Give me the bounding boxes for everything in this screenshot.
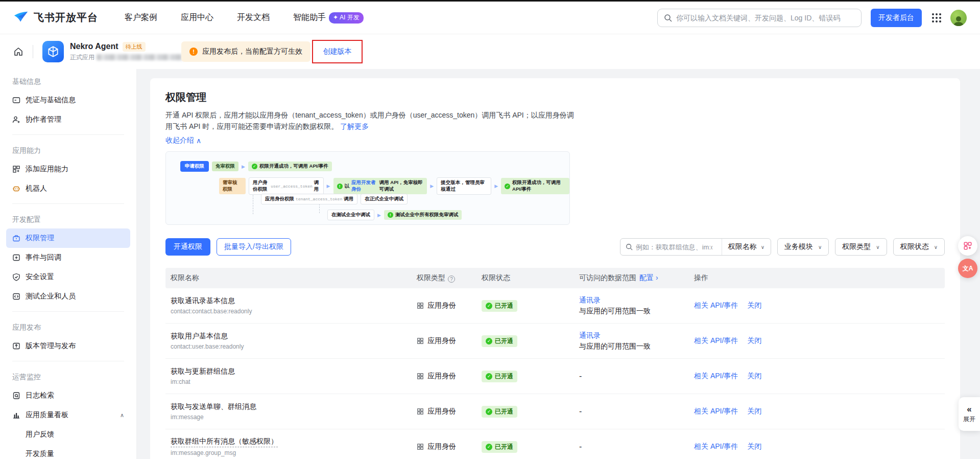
search-icon bbox=[664, 14, 672, 22]
sidebar-divider bbox=[12, 203, 124, 204]
page-title: 权限管理 bbox=[165, 90, 945, 104]
expand-panel-button[interactable]: « 展开 bbox=[959, 397, 980, 431]
module-select[interactable]: 业务模块 ∨ bbox=[777, 238, 829, 256]
close-permission-link[interactable]: 关闭 bbox=[747, 301, 761, 310]
credential-card-icon bbox=[12, 96, 20, 104]
related-api-link[interactable]: 相关 API/事件 bbox=[694, 407, 738, 416]
close-permission-link[interactable]: 关闭 bbox=[747, 442, 761, 451]
help-icon[interactable]: ? bbox=[448, 276, 455, 283]
check-icon: ✓ bbox=[486, 408, 492, 415]
user-avatar[interactable] bbox=[950, 10, 967, 26]
create-version-link[interactable]: 创建版本 bbox=[323, 47, 352, 56]
flow-need-review-tag: 需审核权限 bbox=[219, 178, 246, 194]
status-badge: ✓已开通 bbox=[482, 441, 517, 453]
sidebar-item-log-search[interactable]: 日志检索 bbox=[6, 386, 130, 405]
table-row: 获取用户基本信息contact:user.base:readonly 应用身份 … bbox=[165, 324, 945, 359]
col-status: 权限状态 bbox=[476, 273, 574, 283]
type-select[interactable]: 权限类型 ∨ bbox=[835, 238, 887, 256]
permission-name-select[interactable]: 权限名称 ∨ bbox=[722, 242, 771, 251]
nav-menu: 客户案例 应用中心 开发文档 智能助手 ✦AI 开发 bbox=[125, 12, 364, 24]
related-api-link[interactable]: 相关 API/事件 bbox=[694, 372, 738, 381]
app-subtitle: 正式应用 bbox=[70, 53, 183, 62]
table-row: 获取与发送单聊、群组消息im:message 应用身份 ✓已开通 - 相关 AP… bbox=[165, 394, 945, 429]
sidebar-item-credentials[interactable]: 凭证与基础信息 bbox=[6, 90, 130, 110]
batch-import-export-button[interactable]: 批量导入/导出权限 bbox=[217, 238, 291, 256]
sidebar: 基础信息 凭证与基础信息 协作者管理 应用能力 添加应用能力 机器人 开发配置 bbox=[0, 69, 137, 459]
sidebar-item-bot[interactable]: 机器人 bbox=[6, 179, 130, 198]
check-icon: ✓ bbox=[505, 183, 510, 189]
header-divider bbox=[33, 45, 33, 58]
developer-console-button[interactable]: 开发者后台 bbox=[871, 9, 922, 27]
related-api-link[interactable]: 相关 API/事件 bbox=[694, 442, 738, 451]
flow-arrow-icon: ▶ bbox=[327, 183, 330, 189]
chevron-up-icon[interactable]: ∧ bbox=[120, 412, 124, 419]
sidebar-subitem-dev-quality[interactable]: 开发质量 bbox=[6, 444, 130, 459]
toolbox-icon bbox=[12, 234, 20, 242]
top-navigation: 飞书开放平台 客户案例 应用中心 开发文档 智能助手 ✦AI 开发 开发者后台 bbox=[0, 2, 980, 34]
scope-link[interactable]: 通讯录 bbox=[579, 331, 601, 339]
warning-text: 应用发布后，当前配置方可生效 bbox=[202, 47, 302, 56]
sidebar-item-test-org[interactable]: 测试企业和人员 bbox=[6, 287, 130, 306]
double-chevron-left-icon: « bbox=[967, 405, 971, 414]
sidebar-item-quality-board[interactable]: 应用质量看板 ∧ bbox=[6, 405, 130, 425]
open-permission-button[interactable]: 开通权限 bbox=[165, 238, 210, 256]
related-api-link[interactable]: 相关 API/事件 bbox=[694, 336, 738, 346]
flow-user-token-box: 用户身份权限user_access_token调用 bbox=[249, 177, 324, 195]
publish-icon bbox=[12, 342, 20, 350]
floating-translate-button[interactable]: 文A bbox=[958, 259, 977, 278]
scope-link[interactable]: 通讯录 bbox=[579, 296, 601, 304]
status-badge: ✓已开通 bbox=[482, 335, 517, 347]
sidebar-item-events[interactable]: 事件与回调 bbox=[6, 248, 130, 267]
flow-apply-badge: 申请权限 bbox=[180, 161, 209, 172]
app-meta: Nekro Agent 待上线 正式应用 bbox=[70, 42, 183, 62]
apps-grid-icon[interactable] bbox=[932, 13, 941, 22]
search-icon bbox=[626, 243, 633, 250]
brand-logo[interactable]: 飞书开放平台 bbox=[13, 10, 98, 26]
sidebar-item-collaborators[interactable]: 协作者管理 bbox=[6, 110, 130, 129]
info-icon: ! bbox=[337, 183, 343, 189]
sidebar-subitem-user-feedback[interactable]: 用户反馈 bbox=[6, 425, 130, 444]
table-row: 获取群组中所有消息（敏感权限）im:message.group_msg 应用身份… bbox=[165, 429, 945, 459]
app-identity-icon bbox=[417, 408, 424, 415]
flow-no-review-tag: 免审权限 bbox=[212, 162, 238, 171]
cube-icon bbox=[46, 45, 60, 58]
floating-grid-button[interactable] bbox=[958, 236, 977, 256]
status-select[interactable]: 权限状态 ∨ bbox=[893, 238, 945, 256]
screen: 飞书开放平台 客户案例 应用中心 开发文档 智能助手 ✦AI 开发 开发者后台 bbox=[0, 0, 980, 459]
chevron-up-icon: ∧ bbox=[196, 136, 201, 145]
close-permission-link[interactable]: 关闭 bbox=[747, 407, 761, 416]
filter-bar: 权限名称 ∨ 业务模块 ∨ 权限类型 ∨ bbox=[620, 238, 945, 256]
warning-icon: ! bbox=[189, 48, 198, 56]
redacted-app-id bbox=[97, 54, 183, 60]
nav-item-cases[interactable]: 客户案例 bbox=[125, 12, 157, 23]
robot-icon bbox=[12, 185, 20, 193]
nav-item-assistant[interactable]: 智能助手 ✦AI 开发 bbox=[293, 12, 364, 24]
chevron-down-icon: ∨ bbox=[761, 244, 764, 250]
nav-item-docs[interactable]: 开发文档 bbox=[237, 12, 270, 23]
flow-arrow-icon: ▶ bbox=[242, 164, 245, 169]
body-row: 基础信息 凭证与基础信息 协作者管理 应用能力 添加应用能力 机器人 开发配置 bbox=[0, 69, 980, 459]
flow-success-badge-2: ✓权限开通成功，可调用 API/事件 bbox=[501, 178, 569, 194]
annotation-box: 创建版本 bbox=[312, 40, 363, 63]
sidebar-item-permissions[interactable]: 权限管理 bbox=[6, 228, 130, 248]
global-search[interactable] bbox=[657, 9, 862, 27]
collapse-intro-link[interactable]: 收起介绍 ∧ bbox=[165, 136, 201, 145]
permission-search-input[interactable] bbox=[636, 243, 712, 251]
sidebar-item-add-capability[interactable]: 添加应用能力 bbox=[6, 159, 130, 179]
global-search-input[interactable] bbox=[676, 14, 855, 22]
sidebar-item-security[interactable]: 安全设置 bbox=[6, 267, 130, 287]
permission-search[interactable] bbox=[620, 243, 722, 251]
configure-link[interactable]: 配置 › bbox=[639, 273, 658, 282]
sidebar-item-version-publish[interactable]: 版本管理与发布 bbox=[6, 336, 130, 356]
flow-dev-call-badge: !以应用开发者身份调用 API，免审核即可调试 bbox=[333, 178, 427, 194]
table-row: 获取与更新群组信息im:chat 应用身份 ✓已开通 - 相关 API/事件关闭 bbox=[165, 359, 945, 394]
learn-more-link[interactable]: 了解更多 bbox=[340, 122, 369, 130]
status-badge: ✓已开通 bbox=[482, 406, 517, 418]
check-icon: ✓ bbox=[486, 373, 492, 380]
related-api-link[interactable]: 相关 API/事件 bbox=[694, 301, 738, 310]
close-permission-link[interactable]: 关闭 bbox=[747, 372, 761, 381]
nav-item-app-center[interactable]: 应用中心 bbox=[181, 12, 213, 23]
close-permission-link[interactable]: 关闭 bbox=[747, 336, 761, 346]
home-icon[interactable] bbox=[13, 47, 23, 57]
app-icon bbox=[42, 41, 64, 62]
